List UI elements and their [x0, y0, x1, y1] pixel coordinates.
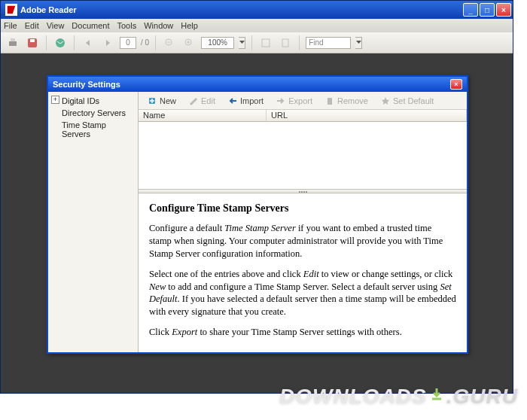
zoom-input[interactable]: 100%	[201, 37, 234, 49]
email-icon[interactable]	[53, 35, 68, 50]
menu-document[interactable]: Document	[72, 21, 109, 30]
column-name[interactable]: Name	[139, 110, 267, 121]
menu-file[interactable]: File	[4, 21, 17, 30]
print-icon[interactable]	[5, 35, 20, 50]
save-icon[interactable]	[25, 35, 40, 50]
svg-rect-11	[282, 39, 288, 47]
close-button[interactable]: ×	[496, 3, 511, 17]
watermark: DOWNLOADS.GURU	[279, 384, 518, 412]
export-button[interactable]: Export	[270, 93, 318, 108]
adobe-reader-icon	[5, 4, 17, 16]
separator	[299, 35, 300, 50]
tree-item-time-stamp-servers[interactable]: Time Stamp Servers	[50, 119, 136, 140]
svg-rect-10	[262, 39, 270, 47]
svg-rect-0	[9, 41, 17, 46]
zoom-out-icon[interactable]	[162, 35, 177, 50]
import-button[interactable]: Import	[222, 93, 269, 108]
column-headers: Name URL	[139, 110, 467, 122]
fit-width-icon[interactable]	[278, 35, 293, 50]
download-icon	[428, 384, 445, 408]
info-paragraph-2: Select one of the entries above and clic…	[149, 268, 456, 319]
maximize-button[interactable]: □	[480, 3, 495, 17]
dialog-title: Security Settings	[53, 80, 450, 89]
page-number-input[interactable]: 0	[120, 37, 136, 49]
zoom-in-icon[interactable]	[181, 35, 196, 50]
dialog-close-button[interactable]: ×	[450, 79, 462, 90]
toolbar: 0 / 0 100% Find	[1, 32, 513, 53]
titlebar: Adobe Reader _ □ ×	[1, 1, 513, 19]
set-default-button[interactable]: Set Default	[375, 93, 439, 108]
menu-tools[interactable]: Tools	[117, 21, 137, 30]
import-icon	[227, 96, 238, 106]
tree-item-directory-servers[interactable]: Directory Servers	[50, 107, 136, 119]
sidebar-tree: Digital IDs Directory Servers Time Stamp…	[48, 92, 139, 352]
button-bar: New Edit Import Export Remove	[139, 92, 467, 110]
svg-rect-1	[11, 38, 15, 41]
minimize-button[interactable]: _	[463, 3, 478, 17]
zoom-dropdown[interactable]	[239, 37, 245, 49]
window-title: Adobe Reader	[20, 5, 463, 14]
security-settings-dialog: Security Settings × Digital IDs Director…	[47, 75, 468, 354]
new-button[interactable]: New	[142, 93, 181, 108]
fit-page-icon[interactable]	[258, 35, 273, 50]
server-list[interactable]	[139, 122, 467, 190]
new-icon	[147, 96, 157, 106]
svg-rect-3	[30, 39, 35, 42]
edit-button[interactable]: Edit	[183, 93, 221, 108]
export-icon	[276, 96, 286, 106]
menu-edit[interactable]: Edit	[25, 21, 39, 30]
menu-view[interactable]: View	[47, 21, 65, 30]
menubar: File Edit View Document Tools Window Hel…	[1, 19, 513, 32]
prev-page-icon[interactable]	[81, 35, 96, 50]
menu-window[interactable]: Window	[144, 21, 173, 30]
svg-rect-13	[327, 98, 332, 105]
separator	[74, 35, 75, 50]
menu-help[interactable]: Help	[181, 21, 198, 30]
svg-point-4	[56, 38, 65, 47]
info-paragraph-1: Configure a default Time Stamp Server if…	[149, 222, 456, 260]
next-page-icon[interactable]	[100, 35, 115, 50]
info-paragraph-3: Click Export to share your Time Stamp Se…	[149, 326, 456, 339]
dialog-titlebar: Security Settings ×	[48, 77, 467, 92]
dialog-main: New Edit Import Export Remove	[139, 92, 467, 352]
remove-button[interactable]: Remove	[319, 93, 373, 108]
find-dropdown[interactable]	[355, 37, 362, 49]
info-heading: Configure Time Stamp Servers	[149, 202, 456, 215]
edit-icon	[188, 96, 199, 106]
separator	[251, 35, 252, 50]
info-panel: Configure Time Stamp Servers Configure a…	[139, 193, 467, 352]
column-url[interactable]: URL	[267, 110, 467, 121]
separator	[46, 35, 47, 50]
tree-item-digital-ids[interactable]: Digital IDs	[50, 95, 136, 107]
find-input[interactable]: Find	[306, 37, 351, 49]
page-total: / 0	[141, 38, 149, 47]
separator	[155, 35, 156, 50]
remove-icon	[324, 96, 335, 106]
star-icon	[380, 96, 391, 106]
